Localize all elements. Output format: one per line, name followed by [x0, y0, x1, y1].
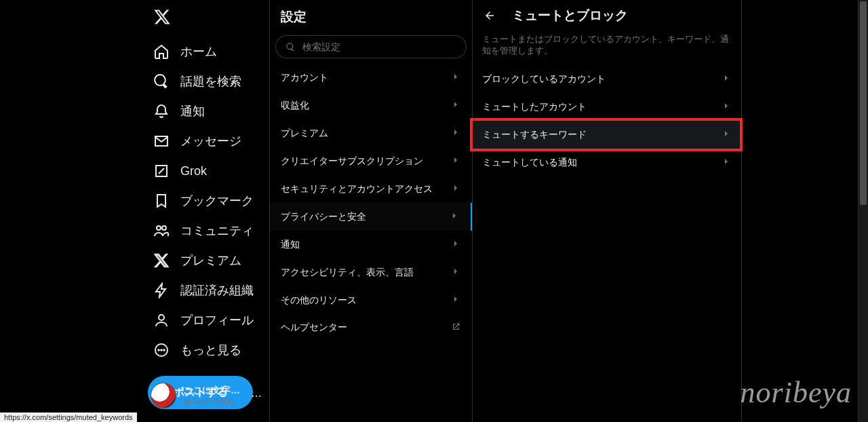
- chevron-right-icon: [450, 266, 461, 279]
- settings-item[interactable]: 通知: [270, 231, 472, 258]
- nav-item-more[interactable]: もっと見る: [148, 335, 264, 365]
- more-icon: ⋯: [251, 389, 262, 402]
- chevron-right-icon: [450, 99, 461, 112]
- settings-item-label: プライバシーと安全: [281, 211, 366, 223]
- communities-icon: [153, 223, 170, 239]
- svg-point-1: [158, 349, 160, 351]
- chevron-right-icon: [721, 128, 732, 141]
- settings-item-label: アカウント: [281, 72, 328, 84]
- orgs-icon: [153, 282, 170, 299]
- nav-label: コミュニティ: [180, 223, 254, 239]
- chevron-right-icon: [721, 100, 732, 113]
- settings-item-label: クリエイターサブスクリプション: [281, 155, 423, 168]
- display-name: ここに文字を入力しま: [183, 385, 244, 397]
- detail-item-label: ミュートしたアカウント: [482, 101, 587, 113]
- settings-item-label: プレミアム: [281, 128, 328, 140]
- svg-point-2: [161, 349, 163, 351]
- detail-item[interactable]: ブロックしているアカウント: [473, 65, 741, 93]
- search-icon: [285, 42, 296, 52]
- profile-icon: [153, 312, 170, 328]
- settings-item[interactable]: クリエイターサブスクリプション: [270, 147, 472, 175]
- back-button[interactable]: [481, 7, 498, 24]
- nav-label: プレミアム: [180, 252, 241, 269]
- settings-item-label: その他のリソース: [281, 294, 357, 307]
- detail-item-label: ミュートしている通知: [482, 157, 577, 169]
- avatar: [151, 383, 176, 408]
- nav-label: メッセージ: [180, 133, 241, 149]
- settings-search-input[interactable]: [302, 41, 456, 52]
- status-bar: https://x.com/settings/muted_keywords: [0, 413, 137, 422]
- settings-item-label: ヘルプセンター: [281, 322, 347, 334]
- nav-label: 通知: [180, 103, 205, 119]
- detail-item[interactable]: ミュートしたアカウント: [473, 93, 741, 121]
- nav-item-premium[interactable]: プレミアム: [148, 246, 264, 275]
- explore-icon: [153, 73, 170, 90]
- settings-item[interactable]: その他のリソース: [270, 286, 472, 314]
- nav-item-home[interactable]: ホーム: [148, 37, 264, 66]
- nav-item-bookmarks[interactable]: ブックマーク: [148, 186, 264, 216]
- chevron-right-icon: [450, 155, 461, 168]
- settings-item-label: アクセシビリティ、表示、言語: [281, 267, 414, 279]
- scrollbar[interactable]: [858, 0, 868, 422]
- nav-item-explore[interactable]: 話題を検索: [148, 66, 264, 96]
- settings-item[interactable]: 収益化: [270, 92, 472, 119]
- handle: @Test225500: [183, 397, 244, 406]
- nav-label: 話題を検索: [180, 73, 241, 90]
- chevron-right-icon: [450, 294, 461, 307]
- nav-label: 認証済み組織: [180, 282, 254, 299]
- scrollbar-thumb[interactable]: [860, 1, 867, 205]
- messages-icon: [153, 133, 170, 149]
- nav-label: ブックマーク: [180, 193, 254, 209]
- settings-search[interactable]: [275, 35, 467, 58]
- bookmarks-icon: [153, 193, 170, 209]
- chevron-right-icon: [450, 238, 461, 251]
- detail-description: ミュートまたはブロックしているアカウント、キーワード、通知を管理します。: [473, 30, 741, 65]
- settings-item-label: セキュリティとアカウントアクセス: [281, 183, 433, 195]
- detail-item-label: ブロックしているアカウント: [482, 73, 606, 85]
- nav-item-orgs[interactable]: 認証済み組織: [148, 275, 264, 305]
- chevron-right-icon: [450, 71, 461, 84]
- nav-item-notifications[interactable]: 通知: [148, 96, 264, 126]
- x-logo[interactable]: [148, 3, 264, 37]
- svg-point-3: [163, 349, 165, 351]
- settings-item[interactable]: セキュリティとアカウントアクセス: [270, 175, 472, 203]
- account-switcher[interactable]: ここに文字を入力しま @Test225500 ⋯: [145, 377, 267, 414]
- nav-label: ホーム: [180, 43, 217, 60]
- chevron-right-icon: [450, 127, 461, 140]
- home-icon: [153, 43, 170, 60]
- settings-item[interactable]: ヘルプセンター: [270, 314, 472, 341]
- premium-icon: [153, 252, 170, 269]
- more-icon: [153, 342, 170, 358]
- settings-item[interactable]: アカウント: [270, 64, 472, 92]
- nav-item-communities[interactable]: コミュニティ: [148, 216, 264, 246]
- settings-item[interactable]: アクセシビリティ、表示、言語: [270, 258, 472, 286]
- nav-label: Grok: [180, 164, 207, 178]
- chevron-right-icon: [721, 156, 732, 169]
- settings-item-label: 収益化: [281, 100, 309, 112]
- nav-label: プロフィール: [180, 312, 254, 328]
- detail-column: ミュートとブロック ミュートまたはブロックしているアカウント、キーワード、通知を…: [473, 0, 742, 422]
- chevron-right-icon: [721, 73, 732, 85]
- nav-item-messages[interactable]: メッセージ: [148, 126, 264, 156]
- detail-item[interactable]: ミュートしている通知: [473, 149, 741, 176]
- chevron-right-icon: [449, 210, 460, 223]
- nav-item-grok[interactable]: Grok: [148, 156, 264, 186]
- detail-item-label: ミュートするキーワード: [482, 129, 587, 141]
- settings-title: 設定: [270, 0, 472, 31]
- primary-nav: ホーム話題を検索通知メッセージGrokブックマークコミュニティプレミアム認証済み…: [142, 0, 269, 422]
- settings-item[interactable]: プライバシーと安全: [270, 203, 472, 231]
- notifications-icon: [153, 103, 170, 119]
- nav-label: もっと見る: [180, 342, 241, 358]
- chevron-right-icon: [450, 183, 461, 195]
- external-link-icon: [451, 322, 461, 334]
- settings-column: 設定 アカウント収益化プレミアムクリエイターサブスクリプションセキュリティとアカ…: [269, 0, 473, 422]
- detail-item[interactable]: ミュートするキーワード: [473, 121, 741, 149]
- nav-item-profile[interactable]: プロフィール: [148, 305, 264, 335]
- settings-item-label: 通知: [281, 239, 300, 251]
- detail-title: ミュートとブロック: [512, 7, 628, 24]
- settings-item[interactable]: プレミアム: [270, 119, 472, 147]
- grok-icon: [153, 163, 170, 179]
